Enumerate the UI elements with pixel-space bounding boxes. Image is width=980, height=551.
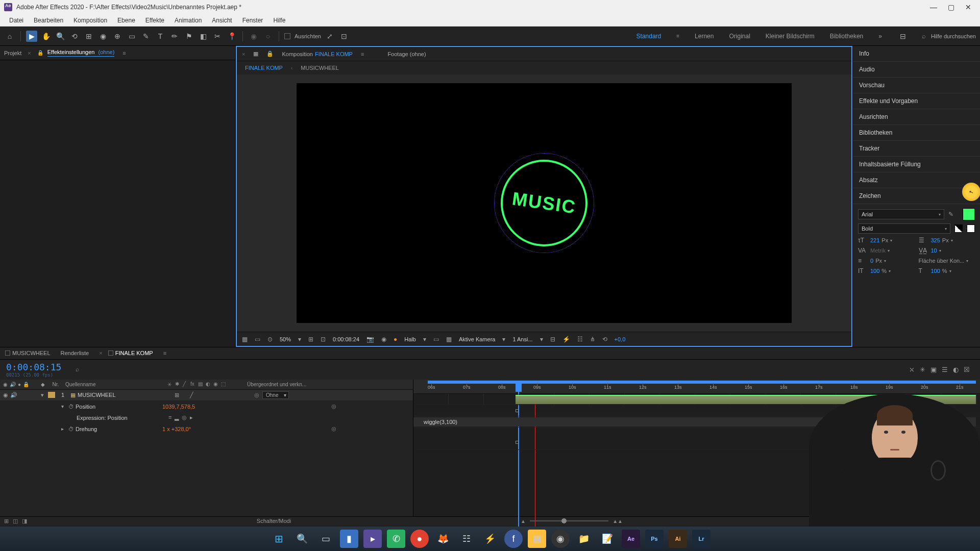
tab-musicwheel[interactable]: MUSICWHEEL	[5, 350, 51, 356]
exposure-value[interactable]: +0,0	[615, 336, 626, 342]
viewer-lock-icon[interactable]: ▦	[253, 51, 258, 57]
snapshot-icon[interactable]: 📷	[366, 336, 374, 343]
alpha-toggle-icon[interactable]: ▦	[242, 336, 248, 343]
parent-dropdown[interactable]: Ohne	[262, 391, 289, 399]
panel-content-aware[interactable]: Inhaltsbasierte Füllung	[853, 157, 980, 172]
audio-column-icon[interactable]: 🔊	[10, 382, 16, 387]
menu-komposition[interactable]: Komposition	[68, 17, 112, 24]
hide-shy-icon[interactable]: ▣	[930, 366, 937, 373]
twirl-right-icon[interactable]: ▸	[61, 426, 68, 432]
ruler-tick[interactable]: 18s	[850, 385, 858, 390]
draft-3d-icon[interactable]: ✳	[920, 366, 925, 373]
taskbar-taskview-icon[interactable]: ▭	[316, 530, 335, 548]
flowchart-icon[interactable]: ⋔	[590, 336, 595, 343]
taskbar-search-icon[interactable]: 🔍	[293, 530, 311, 548]
panel-absatz[interactable]: Absatz	[853, 172, 980, 188]
3d-switch-icon[interactable]: ⬚	[221, 381, 227, 387]
taskbar-obs-icon[interactable]: ◉	[551, 530, 570, 548]
tab-effekteinstellungen[interactable]: Effekteinstellungen (ohne)	[47, 49, 115, 57]
camera-dropdown[interactable]: Aktive Kamera	[459, 336, 496, 342]
hand-tool-icon[interactable]: ✋	[40, 31, 52, 42]
taskbar-firefox-icon[interactable]: 🦊	[434, 530, 452, 548]
stopwatch-icon[interactable]: ⏱	[68, 426, 76, 432]
tracking-value[interactable]: 10	[931, 247, 937, 254]
stopwatch-icon[interactable]: ⏱	[68, 404, 76, 410]
taskbar-facebook-icon[interactable]: f	[504, 530, 523, 548]
dropdown-icon[interactable]: ▾	[502, 336, 505, 343]
menu-animation[interactable]: Animation	[169, 17, 207, 24]
views-dropdown[interactable]: 1 Ansi...	[512, 336, 532, 342]
workspace-original[interactable]: Original	[729, 33, 750, 40]
text-tool-icon[interactable]: T	[155, 31, 166, 42]
snap-grid-icon[interactable]: ⊡	[338, 31, 350, 42]
column-parent[interactable]: Übergeordnet und verkn...	[237, 382, 413, 387]
stroke-mode-dropdown[interactable]: Fläche über Kon...	[919, 258, 965, 264]
motion-blur-switch-icon[interactable]: ◐	[206, 381, 212, 387]
pickwhip-icon[interactable]: ◎	[331, 403, 336, 410]
comp-flowchart-icon[interactable]: ⤬	[909, 366, 915, 373]
taskbar-aftereffects-icon[interactable]: Ae	[622, 530, 640, 548]
quality-switch-icon[interactable]: ╱	[183, 381, 189, 387]
chevron-down-icon[interactable]: ▾	[951, 238, 953, 243]
clone-tool-icon[interactable]: ⚑	[183, 31, 194, 42]
eraser-tool-icon[interactable]: ◧	[198, 31, 209, 42]
taskbar-illustrator-icon[interactable]: Ai	[669, 530, 687, 548]
menu-bearbeiten[interactable]: Bearbeiten	[29, 17, 68, 24]
playhead[interactable]	[516, 384, 522, 392]
ruler-tick[interactable]: 06s	[428, 385, 435, 390]
ruler-tick[interactable]: 10s	[569, 385, 576, 390]
breadcrumb-finale-komp[interactable]: FINALE KOMP	[245, 65, 283, 71]
tab-renderliste[interactable]: Renderliste	[61, 350, 89, 356]
taskbar-messenger-icon[interactable]: ⚡	[481, 530, 499, 548]
menu-hilfe[interactable]: Hilfe	[268, 17, 290, 24]
column-nr[interactable]: Nr.	[48, 382, 63, 387]
ruler-tick[interactable]: 07s	[463, 385, 471, 390]
render-toggle-icon[interactable]: ▭	[255, 336, 260, 343]
workspace-lernen[interactable]: Lernen	[695, 33, 714, 40]
lock-column-icon[interactable]: 🔒	[23, 382, 29, 387]
snapping-options-icon[interactable]: ⤢	[324, 31, 335, 42]
maximize-button[interactable]: ▢	[947, 4, 954, 11]
toggle-switches-icon[interactable]: ⊞	[4, 518, 9, 524]
snap-checkbox[interactable]: Ausrichten	[284, 33, 321, 39]
workspace-standard[interactable]: Standard	[636, 33, 662, 40]
prop-rotation-value[interactable]: 1 x +328,0°	[162, 426, 191, 432]
toggle-modes-icon[interactable]: ◫	[13, 518, 18, 524]
preview-timecode[interactable]: 0:00:08:24	[333, 336, 359, 342]
expression-graph-icon[interactable]: ▂	[175, 414, 179, 421]
pickwhip-icon[interactable]: ◎	[331, 425, 336, 432]
keyframe-marker[interactable]	[516, 409, 519, 412]
panel-menu-icon[interactable]: ≡	[361, 51, 364, 57]
roto-tool-icon[interactable]: ✂	[212, 31, 223, 42]
collapse-switch-icon[interactable]: ✱	[175, 381, 181, 387]
visibility-column-icon[interactable]: ◉	[3, 382, 8, 387]
panel-menu-icon[interactable]: ≡	[163, 350, 166, 356]
workspace-kleiner[interactable]: Kleiner Bildschirm	[766, 33, 815, 40]
taskbar-app-icon[interactable]: ●	[410, 530, 429, 548]
close-button[interactable]: ✕	[965, 4, 972, 11]
ruler-tick[interactable]: 17s	[815, 385, 823, 390]
safe-zones-icon[interactable]: ⊞	[308, 336, 313, 343]
taskbar-explorer-icon[interactable]: 📁	[575, 530, 593, 548]
vscale-value[interactable]: 100	[870, 268, 879, 274]
visibility-toggle-icon[interactable]: ◉	[3, 392, 8, 398]
ruler-tick[interactable]: 08s	[498, 385, 506, 390]
taskbar-app-icon[interactable]: ▸	[363, 530, 382, 548]
expression-language-icon[interactable]: ▸	[190, 414, 193, 421]
kerning-value[interactable]: Metrik	[870, 247, 886, 254]
zoom-slider[interactable]	[530, 520, 608, 521]
resolution-dropdown[interactable]: Halb	[404, 336, 416, 342]
chevron-down-icon[interactable]: ▾	[966, 259, 968, 263]
grid-icon[interactable]: ⊡	[321, 336, 326, 343]
solo-column-icon[interactable]: ●	[18, 382, 21, 387]
dropdown-icon[interactable]: ▾	[423, 336, 426, 343]
show-channel-icon[interactable]: ◉	[381, 336, 386, 343]
brush-tool-icon[interactable]: ✏	[169, 31, 180, 42]
expression-pickwhip-icon[interactable]: ◎	[182, 414, 187, 421]
taskbar-app-icon[interactable]: ▮	[340, 530, 358, 548]
eyedropper-icon[interactable]: ✎	[948, 211, 959, 218]
prop-rotation-row[interactable]: ▸ ⏱ Drehung 1 x +328,0° ◎	[0, 423, 413, 435]
time-ruler[interactable]: 06s07s08s09s10s11s12s13s14s15s16s17s18s1…	[413, 380, 980, 394]
adjustment-switch-icon[interactable]: ◉	[213, 381, 219, 387]
tab-composition[interactable]: Komposition FINALE KOMP	[282, 51, 353, 57]
